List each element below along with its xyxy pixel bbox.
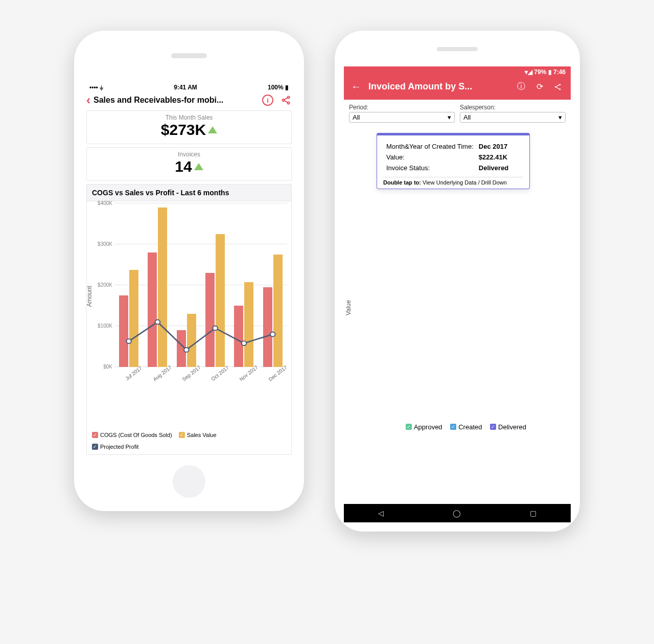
period-select[interactable]: All ▾ bbox=[349, 112, 455, 123]
back-button[interactable]: ← bbox=[351, 81, 361, 93]
kpi-value: $273K bbox=[161, 121, 217, 139]
nav-home-icon[interactable]: ◯ bbox=[453, 509, 461, 517]
svg-point-0 bbox=[282, 99, 284, 101]
nav-recent-icon[interactable]: ▢ bbox=[530, 509, 536, 517]
chart-invoiced-amount[interactable]: Value Month&Year of Created Time:Dec 201… bbox=[344, 127, 571, 504]
trend-up-icon bbox=[208, 126, 217, 133]
home-button[interactable] bbox=[173, 465, 205, 498]
share-icon[interactable] bbox=[552, 81, 564, 93]
signal-icon: •••• ⏚ bbox=[89, 84, 103, 91]
filter-row: Period: All ▾ Salesperson: All ▾ bbox=[344, 100, 571, 127]
iphone-frame: •••• ⏚ 9:41 AM 100% ▮ ‹ Sales and Receiv… bbox=[74, 31, 304, 511]
svg-point-1 bbox=[288, 96, 290, 98]
page-title: Sales and Receivables-for mobi... bbox=[94, 96, 259, 105]
salesperson-select[interactable]: All ▾ bbox=[460, 112, 566, 123]
status-time: 9:41 AM bbox=[174, 84, 197, 91]
nav-back-icon[interactable]: ◁ bbox=[378, 509, 384, 517]
kpi-value: 14 bbox=[175, 158, 203, 175]
y-axis-label: Value bbox=[345, 300, 352, 315]
trend-up-icon bbox=[194, 163, 203, 170]
android-screen: ▾◢ 79% ▮ 7:46 ← Invoiced Amount by S... … bbox=[344, 66, 571, 522]
legend: ✓Approved ✓Created ✓Delivered bbox=[366, 418, 566, 436]
phone-speaker bbox=[437, 47, 478, 51]
svg-point-2 bbox=[288, 102, 290, 104]
y-axis-label: Amount bbox=[86, 286, 93, 307]
back-button[interactable]: ‹ bbox=[86, 94, 90, 106]
kpi-invoices[interactable]: Invoices 14 bbox=[86, 147, 292, 181]
svg-point-3 bbox=[126, 339, 131, 343]
kpi-label: Invoices bbox=[87, 151, 291, 158]
chart-cogs-sales-profit[interactable]: COGS vs Sales vs Profit - Last 6 months … bbox=[86, 184, 292, 455]
svg-point-8 bbox=[270, 332, 275, 337]
svg-point-11 bbox=[559, 88, 560, 90]
svg-point-7 bbox=[242, 341, 246, 346]
svg-point-4 bbox=[155, 320, 160, 325]
data-tooltip[interactable]: Month&Year of Created Time:Dec 2017 Valu… bbox=[377, 133, 530, 189]
svg-point-5 bbox=[184, 348, 189, 352]
page-title: Invoiced Amount by S... bbox=[368, 81, 508, 92]
battery-icon: 100% ▮ bbox=[268, 84, 289, 91]
legend-swatch-cogs: ✓ bbox=[92, 432, 98, 438]
kpi-month-sales[interactable]: This Month Sales $273K bbox=[86, 110, 292, 144]
chevron-down-icon: ▾ bbox=[448, 113, 451, 121]
x-axis-labels: Jul 2017Aug 2017Sep 2017Oct 2017Nov 2017… bbox=[114, 367, 287, 378]
ios-status-bar: •••• ⏚ 9:41 AM 100% ▮ bbox=[86, 82, 292, 92]
android-frame: ▾◢ 79% ▮ 7:46 ← Invoiced Amount by S... … bbox=[335, 31, 580, 532]
svg-point-10 bbox=[559, 84, 560, 85]
info-icon[interactable]: ⓘ bbox=[516, 81, 527, 93]
filter-label-salesperson: Salesperson: bbox=[460, 104, 496, 111]
filter-label-period: Period: bbox=[349, 104, 368, 111]
kpi-label: This Month Sales bbox=[87, 114, 291, 121]
android-nav-bar: ◁ ◯ ▢ bbox=[344, 504, 571, 522]
ios-nav-bar: ‹ Sales and Receivables-for mobi... i bbox=[86, 92, 292, 110]
legend-swatch-profit: ✓ bbox=[92, 444, 98, 450]
share-icon[interactable] bbox=[281, 95, 292, 106]
plot-area: $0K$100K$200K$300K$400K bbox=[114, 203, 287, 367]
android-status-bar: ▾◢ 79% ▮ 7:46 bbox=[344, 66, 571, 76]
android-app-bar: ← Invoiced Amount by S... ⓘ ⟳ bbox=[344, 76, 571, 100]
legend-swatch-sales: ✓ bbox=[179, 432, 185, 438]
svg-point-6 bbox=[213, 326, 217, 331]
refresh-icon[interactable]: ⟳ bbox=[534, 81, 545, 93]
ios-screen: •••• ⏚ 9:41 AM 100% ▮ ‹ Sales and Receiv… bbox=[86, 82, 292, 455]
chart-title: COGS vs Sales vs Profit - Last 6 months bbox=[87, 185, 291, 201]
plot-area: Month&Year of Created Time:Dec 2017 Valu… bbox=[370, 129, 566, 415]
phone-speaker bbox=[171, 53, 207, 58]
info-icon[interactable]: i bbox=[262, 95, 273, 106]
chevron-down-icon: ▾ bbox=[558, 113, 562, 121]
legend: ✓COGS (Cost Of Goods Sold) ✓Sales Value … bbox=[87, 425, 291, 454]
